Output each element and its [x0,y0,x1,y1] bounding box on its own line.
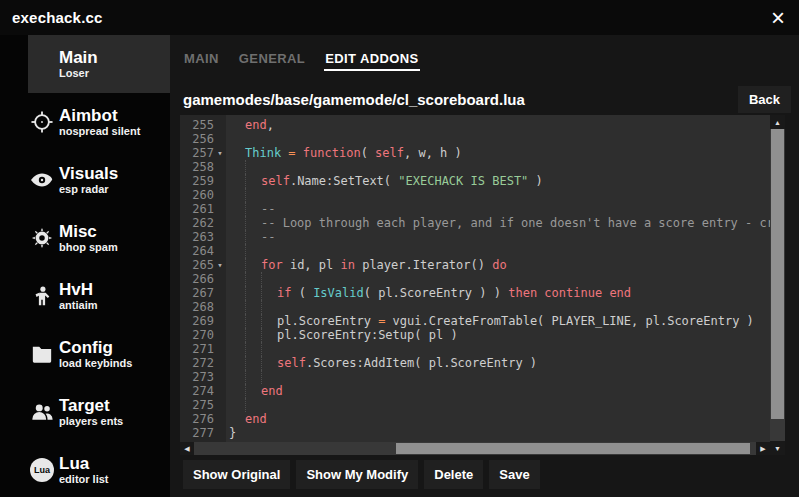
sidebar-item-lua[interactable]: Lua Lua editor list [28,441,170,497]
sidebar-item-label: Misc [59,222,118,241]
scroll-right-icon[interactable]: ▶ [756,442,770,455]
sidebar-item-target[interactable]: Target players ents [28,383,170,441]
file-path: gamemodes/base/gamemode/cl_scoreboard.lu… [183,91,525,108]
sidebar-item-visuals[interactable]: Visuals esp radar [28,151,170,209]
sidebar-item-label: Main [59,48,98,67]
sidebar-item-text: HvH antiaim [59,280,98,312]
sidebar-item-label: Visuals [59,164,118,183]
sidebar-item-sub: esp radar [59,183,118,196]
vertical-scroll-thumb[interactable] [771,129,784,419]
sidebar-item-main[interactable]: Main Loser [28,35,170,93]
tab-general[interactable]: GENERAL [238,45,306,71]
tab-main[interactable]: MAIN [183,45,220,71]
sidebar-item-sub: players ents [59,415,123,428]
scroll-down-icon[interactable]: ▼ [770,441,785,455]
sidebar-item-text: Visuals esp radar [59,164,118,196]
sidebar-item-config[interactable]: Config load keybinds [28,325,170,383]
sidebar-item-label: Config [59,338,132,357]
lua-badge: Lua [30,458,54,482]
sidebar-item-label: Lua [59,454,109,473]
sidebar-item-sub: bhop spam [59,241,118,254]
close-icon[interactable]: × [771,8,785,28]
sidebar-item-text: Aimbot nospread silent [59,106,140,138]
tab-edit-addons[interactable]: EDIT ADDONS [324,45,419,71]
lua-icon: Lua [30,458,54,482]
users-icon [30,400,54,424]
back-button[interactable]: Back [738,86,791,113]
sidebar-item-aimbot[interactable]: Aimbot nospread silent [28,93,170,151]
code-lines[interactable]: end,Think = function( self, w, h )self.N… [226,115,770,455]
scroll-up-icon[interactable]: ▲ [770,115,785,129]
gutter: 255256257▾258259260261262263264265▾26626… [180,115,226,455]
show-my-modify-button[interactable]: Show My Modify [296,460,418,489]
sidebar-item-text: Main Loser [59,48,98,80]
crosshair-icon [30,110,54,134]
sidebar-item-text: Lua editor list [59,454,109,486]
save-button[interactable]: Save [489,460,539,489]
vertical-scroll-track[interactable] [770,129,785,441]
sidebar-item-text: Config load keybinds [59,338,132,370]
code-editor[interactable]: 255256257▾258259260261262263264265▾26626… [180,115,785,455]
sidebar-item-hvh[interactable]: HvH antiaim [28,267,170,325]
vertical-scrollbar[interactable]: ▲ ▼ [770,115,785,455]
sidebar-item-misc[interactable]: Misc bhop spam [28,209,170,267]
file-header: gamemodes/base/gamemode/cl_scoreboard.lu… [183,80,791,118]
app-title: exechack.cc [12,9,103,26]
eye-icon [30,168,54,192]
sidebar-item-label: HvH [59,280,98,299]
show-original-button[interactable]: Show Original [183,460,290,489]
sidebar-item-sub: nospread silent [59,125,140,138]
sidebar: Main Loser Aimbot nospread silent [0,35,170,497]
delete-button[interactable]: Delete [424,460,483,489]
horizontal-scroll-thumb[interactable] [396,443,750,454]
horizontal-scrollbar[interactable]: ◀ ▶ [180,442,770,455]
sidebar-item-sub: editor list [59,473,109,486]
titlebar: exechack.cc × [0,0,799,35]
main-icon-placeholder [30,52,54,76]
main-content: MAIN GENERAL EDIT ADDONS gamemodes/base/… [170,35,799,497]
folder-icon [30,342,54,366]
sidebar-item-label: Aimbot [59,106,140,125]
horizontal-scroll-track[interactable] [194,442,756,455]
app-window: exechack.cc × Main Loser [0,0,799,497]
footer-buttons: Show Original Show My Modify Delete Save [183,460,540,489]
sidebar-item-sub: Loser [59,67,98,80]
sidebar-item-label: Target [59,396,123,415]
tab-bar: MAIN GENERAL EDIT ADDONS [183,35,420,80]
sidebar-item-text: Target players ents [59,396,123,428]
sidebar-item-sub: load keybinds [59,357,132,370]
sidebar-item-sub: antiaim [59,299,98,312]
soldier-icon [30,284,54,308]
sidebar-item-text: Misc bhop spam [59,222,118,254]
gear-icon [30,226,54,250]
scroll-left-icon[interactable]: ◀ [180,442,194,455]
